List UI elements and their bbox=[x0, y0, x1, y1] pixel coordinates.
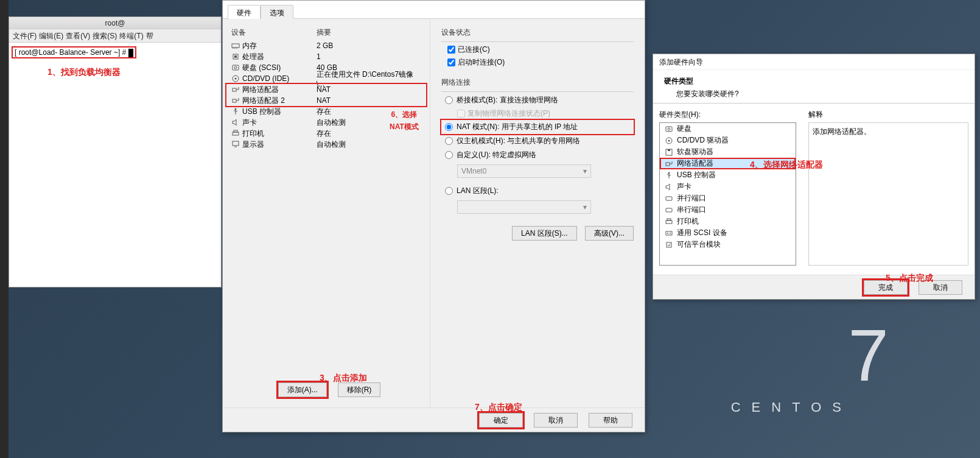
svg-point-21 bbox=[668, 139, 670, 141]
svg-rect-28 bbox=[666, 208, 672, 212]
hardware-name: 硬盘 (SCSI) bbox=[242, 63, 281, 73]
wizard-item-floppy[interactable]: 软盘驱动器 bbox=[660, 146, 796, 158]
wizard-item-label: CD/DVD 驱动器 bbox=[677, 135, 729, 146]
hardware-row-cpu[interactable]: 处理器1 bbox=[226, 51, 426, 62]
svg-rect-14 bbox=[233, 132, 239, 135]
remove-hardware-button[interactable]: 移除(R) bbox=[338, 382, 381, 397]
hardware-name: 内存 bbox=[242, 41, 257, 51]
ok-button[interactable]: 确定 bbox=[479, 413, 523, 428]
hardware-summary: 1 bbox=[317, 52, 321, 61]
cd-icon bbox=[665, 136, 673, 145]
add-hardware-wizard: 添加硬件向导 硬件类型 您要安装哪类硬件? 硬件类型(H): 硬盘CD/DVD … bbox=[653, 54, 975, 300]
svg-rect-27 bbox=[666, 197, 672, 200]
settings-tabs: 硬件 选项 bbox=[223, 1, 645, 19]
mem-icon bbox=[231, 41, 240, 50]
net-icon bbox=[231, 96, 240, 105]
wizard-item-hdd[interactable]: 硬盘 bbox=[660, 123, 796, 135]
hardware-row-net[interactable]: 网络适配器 2NAT bbox=[226, 95, 426, 106]
lan-segment-select: ▾ bbox=[457, 200, 591, 214]
port-icon bbox=[665, 206, 673, 214]
wizard-item-label: 串行端口 bbox=[677, 205, 706, 215]
advanced-button[interactable]: 高级(V)... bbox=[585, 226, 634, 241]
radio-host-only[interactable]: 仅主机模式(H): 与主机共享的专用网络 bbox=[441, 134, 634, 148]
wizard-item-label: 软盘驱动器 bbox=[677, 147, 713, 157]
svg-rect-16 bbox=[233, 141, 239, 146]
annotation-5: 5、点击完成 bbox=[886, 273, 933, 284]
usb-icon bbox=[231, 107, 240, 116]
svg-rect-11 bbox=[233, 99, 236, 102]
terminal-body[interactable]: [ root@Load- Balance- Server ~] # bbox=[9, 43, 221, 287]
svg-rect-23 bbox=[668, 149, 670, 151]
snd-icon bbox=[231, 118, 240, 127]
hardware-summary: 自动检测 bbox=[317, 139, 346, 150]
hardware-row-mem[interactable]: 内存2 GB bbox=[226, 40, 426, 51]
checkbox-connect-at-power-on[interactable]: 启动时连接(O) bbox=[441, 56, 634, 69]
net-icon bbox=[231, 85, 240, 94]
hardware-summary: 2 GB bbox=[317, 41, 333, 50]
svg-point-9 bbox=[235, 78, 237, 80]
cpu-icon bbox=[231, 52, 240, 61]
menu-view[interactable]: 查看(V) bbox=[66, 29, 90, 42]
menu-help-trunc[interactable]: 帮 bbox=[146, 29, 153, 42]
wizard-item-label: 可信平台模块 bbox=[677, 239, 721, 250]
wizard-item-label: 网络适配器 bbox=[677, 158, 713, 169]
hardware-name: 声卡 bbox=[242, 118, 257, 128]
menu-search[interactable]: 搜索(S) bbox=[93, 29, 117, 42]
vm-settings-dialog: 硬件 选项 设备 摘要 内存2 GB处理器1硬盘 (SCSI)40 GBCD/D… bbox=[222, 0, 645, 432]
terminal-menubar[interactable]: 文件(F) 编辑(E) 查看(V) 搜索(S) 终端(T) 帮 bbox=[9, 29, 221, 43]
device-status-title: 设备状态 bbox=[441, 27, 634, 38]
checkbox-connected[interactable]: 已连接(C) bbox=[441, 43, 634, 56]
menu-file[interactable]: 文件(F) bbox=[13, 29, 37, 42]
svg-rect-6 bbox=[233, 65, 239, 70]
radio-lan-segment[interactable]: LAN 区段(L): bbox=[441, 184, 634, 198]
hardware-name: 网络适配器 bbox=[242, 85, 279, 95]
port-icon bbox=[665, 194, 673, 203]
hardware-summary: 存在 bbox=[317, 107, 331, 117]
svg-rect-31 bbox=[666, 231, 672, 235]
radio-nat[interactable]: NAT 模式(N): 用于共享主机的 IP 地址 bbox=[441, 120, 634, 134]
centos-text: CENTOS bbox=[731, 400, 852, 415]
usb-icon bbox=[665, 171, 673, 180]
wizard-item-port[interactable]: 串行端口 bbox=[660, 204, 796, 216]
wizard-item-tpm[interactable]: 可信平台模块 bbox=[660, 239, 796, 250]
floppy-icon bbox=[665, 148, 673, 157]
wizard-item-prn[interactable]: 打印机 bbox=[660, 216, 796, 227]
wizard-item-snd[interactable]: 声卡 bbox=[660, 181, 796, 192]
menu-edit[interactable]: 编辑(E) bbox=[39, 29, 63, 42]
explanation-box: 添加网络适配器。 bbox=[808, 122, 968, 266]
hardware-type-label: 硬件类型(H): bbox=[659, 107, 796, 122]
svg-point-7 bbox=[234, 66, 237, 69]
centos-7-number: 7 bbox=[848, 313, 889, 397]
tab-hardware[interactable]: 硬件 bbox=[228, 5, 261, 19]
lan-segments-button[interactable]: LAN 区段(S)... bbox=[512, 226, 577, 241]
hardware-summary: NAT bbox=[317, 96, 331, 105]
wizard-item-usb[interactable]: USB 控制器 bbox=[660, 169, 796, 181]
add-hardware-button[interactable]: 添加(A)... bbox=[278, 382, 327, 397]
annotation-7: 7、点击确定 bbox=[475, 402, 522, 413]
radio-custom[interactable]: 自定义(U): 特定虚拟网络 bbox=[441, 148, 634, 162]
svg-rect-34 bbox=[667, 242, 671, 247]
hardware-row-cd[interactable]: CD/DVD (IDE)正在使用文件 D:\Centos7镜像\... bbox=[226, 73, 426, 84]
hardware-summary: 存在 bbox=[317, 129, 331, 139]
svg-rect-18 bbox=[666, 127, 672, 132]
menu-terminal[interactable]: 终端(T) bbox=[119, 29, 143, 42]
hdd-icon bbox=[231, 63, 240, 72]
radio-bridged[interactable]: 桥接模式(B): 直接连接物理网络 bbox=[441, 93, 634, 107]
cancel-button[interactable]: 取消 bbox=[534, 413, 578, 428]
checkbox-replicate-state: 复制物理网络连接状态(P) bbox=[441, 107, 634, 120]
tab-options[interactable]: 选项 bbox=[261, 5, 293, 19]
annotation-3: 3、点击添加 bbox=[320, 373, 367, 384]
hardware-row-disp[interactable]: 显示器自动检测 bbox=[226, 139, 426, 150]
wizard-item-scsi[interactable]: 通用 SCSI 设备 bbox=[660, 227, 796, 239]
svg-point-32 bbox=[667, 233, 668, 234]
hardware-row-net[interactable]: 网络适配器NAT bbox=[226, 84, 426, 95]
prn-icon bbox=[665, 217, 673, 226]
annotation-4: 4、选择网络适配器 bbox=[750, 160, 823, 171]
hardware-type-list[interactable]: 硬盘CD/DVD 驱动器软盘驱动器网络适配器USB 控制器声卡并行端口串行端口打… bbox=[659, 122, 796, 266]
svg-point-19 bbox=[668, 128, 670, 130]
annotation-1: 1、找到负载均衡器 bbox=[47, 67, 121, 78]
wizard-item-label: 声卡 bbox=[677, 181, 691, 192]
wizard-item-port[interactable]: 并行端口 bbox=[660, 192, 796, 204]
wizard-item-cd[interactable]: CD/DVD 驱动器 bbox=[660, 135, 796, 146]
help-button[interactable]: 帮助 bbox=[589, 413, 632, 428]
